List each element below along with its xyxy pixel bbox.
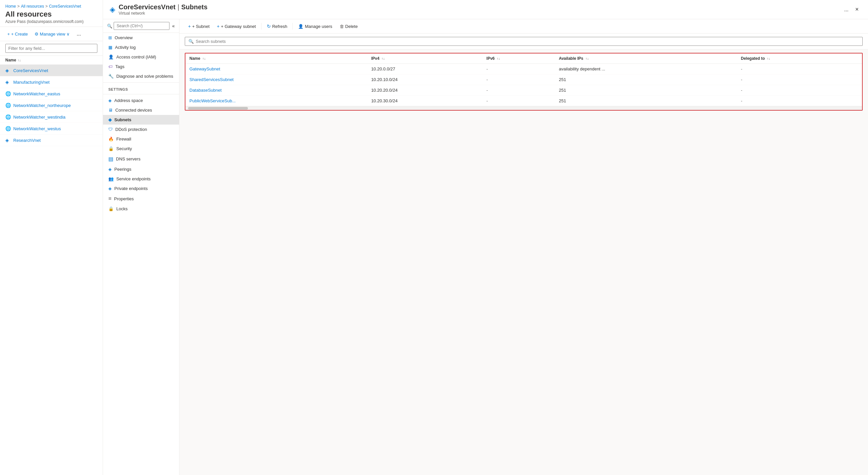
subnet-name-cell[interactable]: PublicWebServiceSub... (185, 96, 367, 106)
resource-name[interactable]: ResearchVnet (13, 138, 91, 143)
subnet-available-ips-cell: 251 (555, 85, 737, 96)
subnet-delegated-cell: - (737, 96, 862, 106)
subnet-name-cell[interactable]: SharedServicesSubnet (185, 74, 367, 85)
add-gateway-subnet-button[interactable]: + + Gateway subnet (214, 22, 259, 31)
manage-view-button[interactable]: ⚙ Manage view ∨ (33, 30, 72, 38)
breadcrumb-all-resources[interactable]: All resources (21, 4, 44, 9)
nav-item-dns[interactable]: ▤ DNS servers (103, 154, 179, 164)
col-header-ipv4: IPv4 ↑↓ (367, 54, 483, 64)
nav-item-overview[interactable]: ⊞ Overview (103, 33, 179, 42)
list-item[interactable]: 🌐 NetworkWatcher_westindia ··· (0, 111, 103, 123)
subnet-available-ips-cell: availability dependent ... (555, 64, 737, 74)
list-item[interactable]: ◈ ManufacturingVnet ··· (0, 76, 103, 88)
nav-item-tags[interactable]: 🏷 Tags (103, 62, 179, 71)
tags-icon: 🏷 (108, 64, 113, 69)
nav-item-connected-devices[interactable]: 🖥 Connected devices (103, 105, 179, 115)
subnet-available-ips-cell: 251 (555, 96, 737, 106)
detail-content: + + Subnet + + Gateway subnet ↻ Refresh (180, 19, 868, 475)
search-area: 🔍 (180, 34, 868, 50)
nav-item-security[interactable]: 🔒 Security (103, 144, 179, 154)
detail-more-button[interactable]: ... (841, 5, 851, 14)
sort-icon: ↑↓ (586, 57, 589, 60)
list-item[interactable]: ◈ CoreServicesVnet ··· (0, 65, 103, 76)
detail-nav: 🔍 « ⊞ Overview ▦ Activity log 👤 Acc (103, 19, 180, 475)
nav-item-ddos[interactable]: 🛡 DDoS protection (103, 125, 179, 134)
manage-users-label: Manage users (305, 24, 332, 29)
security-icon: 🔒 (108, 146, 114, 151)
filter-area (0, 41, 103, 56)
resource-name[interactable]: NetworkWatcher_northeurope (13, 103, 91, 108)
nav-item-service-endpoints[interactable]: 👥 Service endpoints (103, 174, 179, 184)
breadcrumb-resource[interactable]: CoreServicesVnet (49, 4, 81, 9)
create-label: + Create (11, 32, 28, 36)
right-panel: ◈ CoreServicesVnet | Subnets Virtual net… (103, 0, 868, 475)
nav-search-input[interactable] (114, 22, 169, 30)
table-scrollbar[interactable] (185, 106, 862, 110)
scrollbar-thumb (188, 107, 248, 109)
search-icon: 🔍 (107, 24, 112, 29)
list-item[interactable]: 🌐 NetworkWatcher_northeurope ··· (0, 100, 103, 111)
col-header-name: Name ↑↓ (185, 54, 367, 64)
nav-label: Connected devices (115, 107, 152, 113)
address-icon: ◈ (108, 98, 112, 103)
sort-icon: ↑↓ (203, 57, 206, 60)
globe-icon: 🌐 (5, 126, 11, 131)
create-icon: + (7, 32, 10, 36)
nav-item-firewall[interactable]: 🔥 Firewall (103, 134, 179, 144)
vnet-icon: ◈ (5, 137, 11, 143)
table-row: PublicWebServiceSub... 10.20.30.0/24 - 2… (185, 96, 862, 106)
subnets-table: Name ↑↓ IPv4 ↑↓ IPv6 ↑↓ (185, 54, 862, 106)
subnet-ipv6-cell: - (483, 64, 555, 74)
nav-label: Diagnose and solve problems (116, 74, 173, 79)
title-separator: | (178, 3, 179, 11)
subnet-name-cell[interactable]: GatewaySubnet (185, 64, 367, 74)
refresh-button[interactable]: ↻ Refresh (264, 22, 291, 31)
left-panel: Home > All resources > CoreServicesVnet … (0, 0, 103, 475)
detail-vnet-icon: ◈ (110, 5, 115, 14)
nav-item-private-endpoints[interactable]: ◈ Private endpoints (103, 184, 179, 193)
private-icon: ◈ (108, 186, 112, 191)
endpoints-icon: 👥 (108, 177, 114, 181)
add-subnet-button[interactable]: + + Subnet (185, 22, 213, 31)
sort-icon: ↑↓ (381, 57, 385, 60)
list-item[interactable]: ◈ ResearchVnet ··· (0, 134, 103, 146)
list-item[interactable]: 🌐 NetworkWatcher_westus ··· (0, 123, 103, 134)
nav-item-address-space[interactable]: ◈ Address space (103, 96, 179, 105)
search-subnets-input[interactable] (196, 39, 859, 44)
subnet-ipv4-cell: 10.20.0.0/27 (367, 64, 483, 74)
nav-item-iam[interactable]: 👤 Access control (IAM) (103, 52, 179, 62)
nav-item-activity[interactable]: ▦ Activity log (103, 42, 179, 52)
toolbar-separator-2 (292, 23, 293, 30)
resource-name[interactable]: CoreServicesVnet (13, 68, 91, 73)
resource-name[interactable]: ManufacturingVnet (13, 80, 91, 85)
vnet-icon: ◈ (5, 68, 11, 73)
nav-item-peerings[interactable]: ◈ Peerings (103, 164, 179, 174)
filter-input[interactable] (5, 44, 97, 53)
nav-item-diagnose[interactable]: 🔧 Diagnose and solve problems (103, 71, 179, 81)
create-button[interactable]: + + Create (5, 30, 30, 38)
detail-body: 🔍 « ⊞ Overview ▦ Activity log 👤 Acc (103, 19, 868, 475)
list-item[interactable]: 🌐 NetworkWatcher_eastus ··· (0, 88, 103, 100)
refresh-icon: ↻ (267, 24, 271, 29)
activity-icon: ▦ (108, 45, 112, 50)
delete-button[interactable]: 🗑 Delete (336, 22, 361, 31)
detail-close-button[interactable]: × (852, 5, 861, 14)
nav-item-locks[interactable]: 🔒 Locks (103, 204, 179, 214)
nav-label: Private endpoints (114, 186, 148, 191)
search-icon: 🔍 (188, 39, 194, 44)
nav-item-properties[interactable]: ≡ Properties (103, 193, 179, 204)
resource-name[interactable]: NetworkWatcher_westindia (13, 115, 91, 120)
more-options-button[interactable]: ... (74, 30, 83, 38)
subnet-name-cell[interactable]: DatabaseSubnet (185, 85, 367, 96)
resource-name[interactable]: NetworkWatcher_eastus (13, 91, 91, 96)
table-row: GatewaySubnet 10.20.0.0/27 - availabilit… (185, 64, 862, 74)
breadcrumb-home[interactable]: Home (5, 4, 16, 9)
nav-item-subnets[interactable]: ◈ Subnets (103, 115, 179, 125)
resource-list-header: Name ↑↓ (0, 56, 103, 65)
subnet-label: + Subnet (192, 24, 209, 29)
manage-users-button[interactable]: 👤 Manage users (295, 22, 335, 31)
nav-collapse-button[interactable]: « (171, 22, 176, 30)
gear-icon: ⚙ (35, 32, 38, 36)
resource-name[interactable]: NetworkWatcher_westus (13, 126, 91, 131)
ddos-icon: 🛡 (108, 127, 113, 132)
